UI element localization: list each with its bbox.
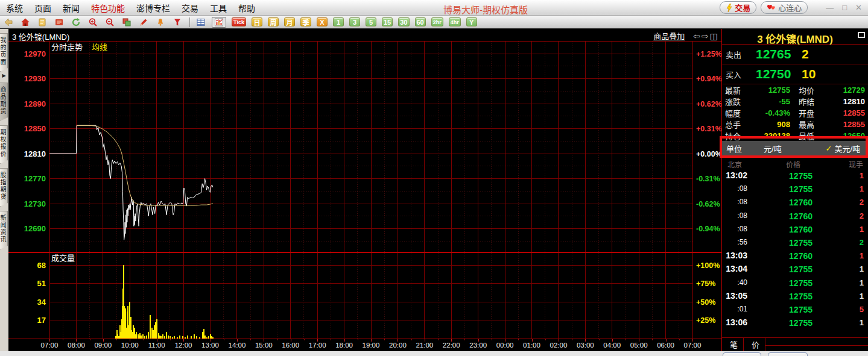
tick-row: 13:06127551 (722, 316, 868, 329)
left-tab-strip: 我的页面▶商品期货期权报价股指期货新闻资讯 (0, 29, 8, 356)
period-button-15[interactable]: 15 (382, 17, 393, 27)
document-icon[interactable] (36, 17, 48, 28)
quote-table-icon[interactable] (195, 17, 207, 28)
svg-text:12810: 12810 (24, 149, 46, 158)
svg-text:-0.94%: -0.94% (696, 225, 720, 233)
svg-text:+100%: +100% (696, 261, 720, 270)
buy-price: 12750 (756, 67, 802, 81)
tick-row: :08127601 (722, 223, 868, 236)
maximize-button[interactable]: □ (842, 3, 847, 12)
application-window: 系统页面新闻特色功能澎博专栏交易工具帮助 博易大师-期权仿真版 交易 心连心 —… (0, 0, 868, 356)
sidebar-expand-icon[interactable]: ▶ (0, 73, 8, 78)
restore-icon[interactable] (858, 32, 865, 38)
cascade-windows-icon[interactable] (121, 17, 133, 28)
period-button-3[interactable]: 3 (349, 17, 360, 27)
svg-text:34: 34 (37, 298, 46, 307)
panel-tab-笔[interactable]: 笔 (724, 338, 744, 352)
buy-qty: 10 (802, 67, 816, 81)
panel-tab-价[interactable]: 价 (746, 338, 765, 352)
period-button-周[interactable]: 周 (268, 17, 279, 27)
period-button-日[interactable]: 日 (252, 17, 262, 27)
highlight-annotation (720, 136, 868, 158)
menu-item[interactable]: 工具 (210, 2, 227, 14)
svg-text:51: 51 (37, 279, 46, 288)
period-button-1[interactable]: 1 (333, 17, 344, 27)
quote-panel-title: 3 伦外镍(LMND) (722, 29, 868, 45)
period-button-季[interactable]: 季 (300, 17, 311, 27)
tick-row: 13:02127551 (722, 169, 868, 183)
zoom-in-icon[interactable] (87, 17, 99, 28)
sidebar-tab-2[interactable]: 期权报价 (0, 125, 8, 164)
period-buttons: 日周月季X1351530602hr4hrY (246, 17, 477, 27)
svg-text:+0.62%: +0.62% (696, 100, 721, 108)
menu-item[interactable]: 新闻 (63, 2, 80, 14)
back-icon[interactable] (2, 17, 14, 28)
svg-text:+50%: +50% (696, 298, 715, 307)
toolbar-separator (189, 17, 190, 27)
tick-chart-button[interactable]: Tick (232, 17, 246, 27)
sidebar-tab-4[interactable]: 新闻资讯 (0, 211, 8, 249)
bottom-button[interactable] (768, 352, 808, 356)
menu-item[interactable]: 特色功能 (91, 2, 125, 14)
bottom-strip (0, 351, 868, 356)
chart-header: 3 伦外镍(LMND) 商品叠加 ⇦ ⇨ ◫ (8, 29, 721, 42)
period-button-月[interactable]: 月 (284, 17, 295, 27)
svg-text:-0.31%: -0.31% (696, 175, 720, 183)
filter-icon[interactable] (171, 17, 183, 28)
tick-row: :08127602 (722, 210, 868, 223)
period-button-60[interactable]: 60 (415, 17, 426, 27)
menu-item[interactable]: 帮助 (238, 2, 255, 14)
pencil-icon[interactable] (138, 17, 150, 28)
svg-text:+0.31%: +0.31% (696, 125, 721, 133)
svg-text:17: 17 (37, 316, 46, 325)
refresh-icon[interactable] (70, 17, 82, 28)
intraday-chart: 1297012930128901285012810127701273012690… (8, 42, 721, 339)
minimize-button[interactable]: — (826, 3, 834, 12)
svg-text:+0.00%: +0.00% (696, 150, 721, 158)
period-button-X[interactable]: X (317, 17, 328, 27)
close-button[interactable]: ✕ (855, 3, 862, 12)
svg-text:12970: 12970 (24, 49, 46, 58)
svg-text:-0.62%: -0.62% (696, 200, 720, 208)
bottom-button[interactable] (723, 352, 761, 356)
home-icon[interactable] (19, 17, 31, 28)
commodity-overlay-link[interactable]: 商品叠加 (653, 30, 685, 42)
svg-text:12890: 12890 (24, 99, 46, 108)
menu-item[interactable]: 澎博专栏 (136, 2, 170, 14)
prev-arrow-icon[interactable]: ⇦ (693, 31, 700, 41)
next-arrow-icon[interactable]: ⇨ (702, 31, 709, 41)
svg-text:12770: 12770 (24, 174, 46, 183)
heart-button[interactable]: 心连心 (761, 1, 808, 14)
window-title: 博易大师-期权仿真版 (443, 3, 528, 16)
chart-header-controls: 商品叠加 ⇦ ⇨ ◫ (653, 30, 718, 42)
svg-text:分时走势: 分时走势 (51, 43, 83, 52)
quote-panel: 3 伦外镍(LMND) 卖出 12765 2 买入 12750 10 最新127… (721, 29, 868, 351)
menu-item[interactable]: 页面 (34, 2, 51, 14)
period-button-5[interactable]: 5 (366, 17, 376, 27)
bell-icon[interactable] (154, 17, 166, 28)
svg-text:+25%: +25% (696, 316, 715, 325)
tick-row: 13:05127551 (722, 290, 868, 303)
news-icon[interactable] (53, 17, 65, 28)
period-button-2hr[interactable]: 2hr (431, 17, 443, 27)
buy-label: 买入 (726, 69, 752, 80)
chart-region: 3 伦外镍(LMND) 商品叠加 ⇦ ⇨ ◫ 12970129301289012… (8, 29, 721, 351)
sidebar-tab-3[interactable]: 股指期货 (0, 168, 8, 207)
period-button-Y[interactable]: Y (466, 17, 477, 27)
period-button-4hr[interactable]: 4hr (449, 17, 461, 27)
menu-item[interactable]: 交易 (182, 2, 198, 14)
sidebar-tab-1[interactable]: 商品期货 (0, 83, 8, 121)
period-button-30[interactable]: 30 (398, 17, 409, 27)
stat-row: 幅度-0.43%开盘12855 (722, 107, 868, 119)
trade-button[interactable]: 交易 (720, 1, 756, 14)
zoom-out-icon[interactable] (104, 17, 116, 28)
price-line (49, 125, 213, 240)
lightning-icon (726, 4, 733, 12)
toolbar: Tick 日周月季X1351530602hr4hrY (0, 16, 868, 29)
chart-title: 3 伦外镍(LMND) (12, 31, 69, 42)
sidebar-tab-0[interactable]: 我的页面 (0, 33, 8, 72)
menu-item[interactable]: 系统 (6, 2, 23, 14)
svg-text:12690: 12690 (24, 224, 46, 233)
chart-view-icon[interactable] (212, 17, 226, 28)
split-view-icon[interactable]: ◫ (710, 31, 718, 41)
